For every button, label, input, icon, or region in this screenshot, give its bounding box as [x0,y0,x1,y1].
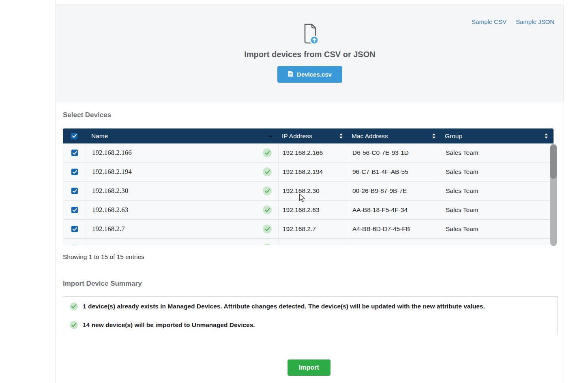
summary-item: 1 device(s) already exists in Managed De… [70,302,551,310]
table-header-row: Name IP Address Mac Address Group [63,128,554,143]
table-row[interactable]: 192.168.2.194192.168.2.19496-C7-B1-4F-AB… [63,163,553,182]
device-group: Sales Team [441,143,553,162]
device-mac [348,239,441,245]
import-button[interactable]: Import [288,359,330,376]
sort-asc-icon [269,135,272,137]
summary-text: 1 device(s) already exists in Managed De… [83,303,485,310]
column-header-mac[interactable]: Mac Address [348,128,440,143]
device-ip: 192.168.2.166 [278,143,348,162]
selected-file-button[interactable]: Devices.csv [277,66,342,83]
import-devices-panel: Sample CSV Sample JSON Import devices fr… [56,0,564,383]
table-body: 192.168.2.166192.168.2.166D6-56-C0-7E-93… [63,143,554,245]
devices-table: Name IP Address Mac Address Group 192.16… [63,128,554,245]
import-summary-title: Import Device Summary [63,280,142,288]
column-header-name[interactable]: Name [86,128,278,143]
device-mac: 00-26-B9-87-9B-7E [348,182,441,200]
table-row[interactable] [63,239,553,245]
dropzone-title: Import devices from CSV or JSON [244,50,375,59]
device-name: 192.168.2.63 [92,206,128,214]
check-circle-icon [263,244,272,245]
device-ip: 192.168.2.7 [278,220,348,238]
device-ip [278,239,348,245]
table-row[interactable]: 192.168.2.7192.168.2.7A4-BB-6D-D7-45-FBS… [63,220,553,239]
device-name: 192.168.2.166 [92,149,132,157]
table-row[interactable]: 192.168.2.63192.168.2.63AA-B8-18-F5-4F-3… [63,201,553,220]
sort-arrows-icon [545,133,548,139]
check-circle-icon [263,186,272,195]
row-checkbox[interactable] [71,150,78,156]
check-circle-icon [70,321,78,329]
check-circle-icon [263,205,272,214]
device-ip: 192.168.2.63 [278,201,348,219]
device-ip: 192.168.2.30 [278,182,348,200]
table-entries-info: Showing 1 to 15 of 15 entries [63,253,144,261]
table-row[interactable]: 192.168.2.30192.168.2.3000-26-B9-87-9B-7… [63,182,553,201]
check-circle-icon [70,302,78,310]
row-checkbox[interactable] [71,226,78,232]
row-checkbox[interactable] [71,207,78,213]
scrollbar-thumb[interactable] [550,145,557,179]
import-summary-box: 1 device(s) already exists in Managed De… [63,296,558,335]
table-row[interactable]: 192.168.2.166192.168.2.166D6-56-C0-7E-93… [63,143,553,163]
column-header-ip[interactable]: IP Address [278,128,348,143]
sort-arrows-icon [432,133,436,139]
device-group: Sales Team [441,163,553,181]
check-circle-icon [263,167,272,176]
device-group [441,239,553,245]
device-group: Sales Team [441,182,553,200]
device-name: 192.168.2.30 [92,187,128,195]
summary-item: 14 new device(s) will be imported to Unm… [70,321,551,329]
device-group: Sales Team [441,201,553,219]
column-header-group[interactable]: Group [440,128,554,143]
row-checkbox[interactable] [71,188,78,194]
checkbox-checked-icon[interactable] [71,133,77,139]
check-circle-icon [263,225,272,233]
device-ip: 192.168.2.194 [278,163,348,181]
device-mac: D6-56-C0-7E-93-1D [348,143,441,162]
document-upload-icon [300,23,320,47]
row-checkbox[interactable] [71,245,78,245]
select-devices-title: Select Devices [63,111,111,119]
check-circle-icon [263,148,272,157]
device-mac: AA-B8-18-F5-4F-34 [348,201,441,219]
summary-text: 14 new device(s) will be imported to Unm… [83,321,255,329]
device-group: Sales Team [441,220,553,238]
select-all-checkbox[interactable] [63,128,86,143]
device-mac: 96-C7-B1-4F-AB-55 [348,163,441,181]
row-checkbox[interactable] [71,169,78,175]
sort-arrows-icon [339,133,343,139]
device-mac: A4-BB-6D-D7-45-FB [348,220,441,238]
file-icon [288,71,293,78]
file-drop-zone[interactable]: Sample CSV Sample JSON Import devices fr… [56,4,564,102]
file-button-label: Devices.csv [297,71,332,78]
device-name: 192.168.2.7 [92,225,125,233]
table-scrollbar[interactable] [550,144,557,246]
device-name: 192.168.2.194 [92,168,132,176]
